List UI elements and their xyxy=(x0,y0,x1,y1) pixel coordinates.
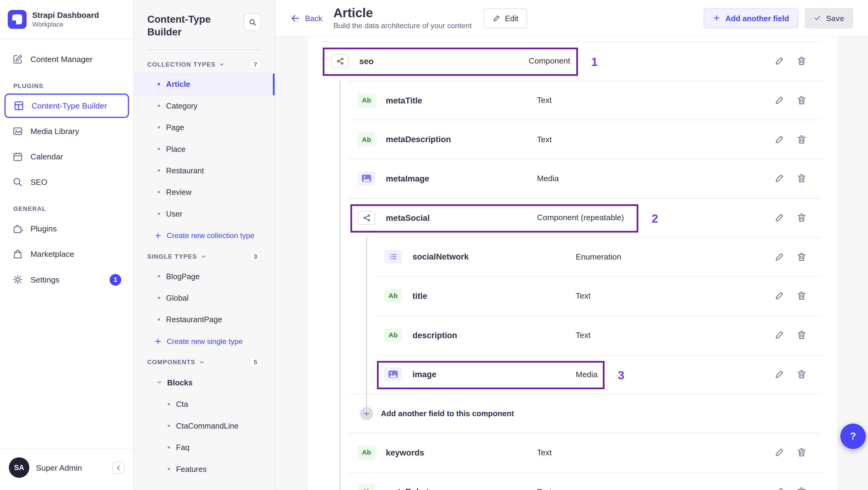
components-group-header[interactable]: COMPONENTS 5 xyxy=(134,347,275,371)
item-label: User xyxy=(166,209,182,218)
add-another-field-button[interactable]: Add another field xyxy=(704,8,799,28)
chevron-down-icon xyxy=(219,61,225,67)
collapse-sidebar-button[interactable] xyxy=(113,462,125,474)
edit-field-button[interactable] xyxy=(775,291,784,301)
panel-search-button[interactable] xyxy=(244,13,261,31)
single-type-global[interactable]: Global xyxy=(134,287,275,309)
edit-field-button[interactable] xyxy=(775,174,784,184)
edit-button[interactable]: Edit xyxy=(484,8,527,28)
search-icon xyxy=(12,177,23,188)
single-types-group-header[interactable]: SINGLE TYPES 3 xyxy=(134,242,275,266)
section-label-plugins: PLUGINS xyxy=(13,83,120,89)
delete-field-button[interactable] xyxy=(797,487,807,490)
edit-field-button[interactable] xyxy=(775,487,784,490)
single-type-blogpage[interactable]: BlogPage xyxy=(134,266,275,287)
create-single-type-link[interactable]: Create new single type xyxy=(134,330,256,347)
group-count-badge: 3 xyxy=(250,252,261,261)
edit-field-button[interactable] xyxy=(775,330,784,340)
chevron-down-icon xyxy=(200,253,206,259)
sidebar-item-plugins[interactable]: Plugins xyxy=(4,217,129,241)
collection-type-page[interactable]: Page xyxy=(134,117,275,138)
delete-field-button[interactable] xyxy=(797,369,807,379)
collection-type-restaurant[interactable]: Restaurant xyxy=(134,160,275,182)
media-field-icon xyxy=(358,172,375,185)
field-name: image xyxy=(412,370,576,379)
sidebar-item-label: Marketplace xyxy=(31,250,74,258)
delete-field-button[interactable] xyxy=(797,56,807,66)
component-faq[interactable]: Faq xyxy=(134,437,275,458)
sidebar-item-media-library[interactable]: Media Library xyxy=(4,119,129,144)
sidebar-item-label: Content Manager xyxy=(31,55,93,63)
tree-line xyxy=(339,81,340,490)
collection-type-user[interactable]: User xyxy=(134,203,275,224)
chevron-down-icon xyxy=(199,359,205,365)
plus-icon xyxy=(713,14,720,22)
sidebar-item-content-manager[interactable]: Content Manager xyxy=(4,47,129,72)
item-label: RestaurantPage xyxy=(166,315,222,324)
field-row-metaimage[interactable]: metaImage Media xyxy=(323,159,821,198)
field-name: seo xyxy=(359,56,529,66)
field-row-socialnetwork[interactable]: socialNetwork Enumeration xyxy=(323,237,821,276)
field-row-metatitle[interactable]: Ab metaTitle Text xyxy=(323,81,821,120)
sidebar-item-seo[interactable]: SEO xyxy=(4,170,129,194)
collection-types-group-header[interactable]: COLLECTION TYPES 7 xyxy=(134,50,275,73)
edit-label: Edit xyxy=(505,13,518,22)
back-link[interactable]: Back xyxy=(290,13,322,23)
collection-type-place[interactable]: Place xyxy=(134,138,275,160)
field-row-seo[interactable]: seo Component xyxy=(323,41,821,81)
delete-field-button[interactable] xyxy=(797,447,807,457)
edit-field-button[interactable] xyxy=(775,369,784,379)
field-row-image[interactable]: image Media xyxy=(323,355,821,394)
avatar[interactable]: SA xyxy=(9,457,29,478)
edit-field-button[interactable] xyxy=(775,56,784,66)
group-count-badge: 7 xyxy=(250,60,261,69)
workspace-switcher[interactable]: Strapi Dashboard Workplace xyxy=(0,0,133,39)
edit-field-button[interactable] xyxy=(775,95,784,105)
field-row-metarobots[interactable]: Ab metaRobots Text xyxy=(323,472,821,490)
field-row-description[interactable]: Ab description Text xyxy=(323,315,821,355)
save-button[interactable]: Save xyxy=(805,8,853,28)
field-type: Media xyxy=(576,370,598,378)
builder-panel: Content-Type Builder COLLECTION TYPES 7 … xyxy=(134,0,275,490)
help-button[interactable]: ? xyxy=(840,424,866,449)
link-label: Create new collection type xyxy=(167,232,254,240)
add-field-to-component-row[interactable]: Add another field to this component xyxy=(323,394,821,433)
field-row-title[interactable]: Ab title Text xyxy=(323,276,821,315)
component-category-blocks[interactable]: Blocks xyxy=(134,371,275,394)
sidebar-item-content-type-builder[interactable]: Content-Type Builder xyxy=(4,93,129,118)
create-collection-type-link[interactable]: Create new collection type xyxy=(134,225,268,242)
group-label: SINGLE TYPES xyxy=(147,253,197,260)
single-type-restaurantpage[interactable]: RestaurantPage xyxy=(134,309,275,330)
field-name: metaRobots xyxy=(386,487,537,490)
delete-field-button[interactable] xyxy=(797,252,807,262)
delete-field-button[interactable] xyxy=(797,213,807,223)
field-row-metadescription[interactable]: Ab metaDescription Text xyxy=(323,120,821,159)
chevron-down-icon xyxy=(156,379,162,385)
sidebar-item-settings[interactable]: Settings 1 xyxy=(4,267,129,292)
delete-field-button[interactable] xyxy=(797,330,807,340)
delete-field-button[interactable] xyxy=(797,95,807,105)
sidebar-item-calendar[interactable]: Calendar xyxy=(4,145,129,169)
collection-type-article[interactable]: Article xyxy=(134,73,275,95)
delete-field-button[interactable] xyxy=(797,291,807,301)
component-ctacommandline[interactable]: CtaCommandLine xyxy=(134,415,275,436)
edit-field-button[interactable] xyxy=(775,252,784,262)
delete-field-button[interactable] xyxy=(797,174,807,184)
text-field-icon: Ab xyxy=(358,132,375,146)
field-type: Text xyxy=(537,448,552,457)
collection-type-category[interactable]: Category xyxy=(134,95,275,117)
sidebar-item-marketplace[interactable]: Marketplace xyxy=(4,242,129,267)
field-row-keywords[interactable]: Ab keywords Text xyxy=(323,433,821,472)
edit-field-button[interactable] xyxy=(775,213,784,223)
edit-field-button[interactable] xyxy=(775,134,784,144)
puzzle-icon xyxy=(12,223,23,235)
edit-field-button[interactable] xyxy=(775,447,784,457)
component-features[interactable]: Features xyxy=(134,458,275,480)
sidebar-item-label: SEO xyxy=(31,178,48,187)
field-row-metasocial[interactable]: metaSocial Component (repeatable) xyxy=(323,198,821,237)
plus-icon xyxy=(155,338,162,345)
fields-card: seo Component Ab metaTitle Text xyxy=(308,37,837,490)
collection-type-review[interactable]: Review xyxy=(134,182,275,203)
component-cta[interactable]: Cta xyxy=(134,394,275,415)
delete-field-button[interactable] xyxy=(797,134,807,144)
